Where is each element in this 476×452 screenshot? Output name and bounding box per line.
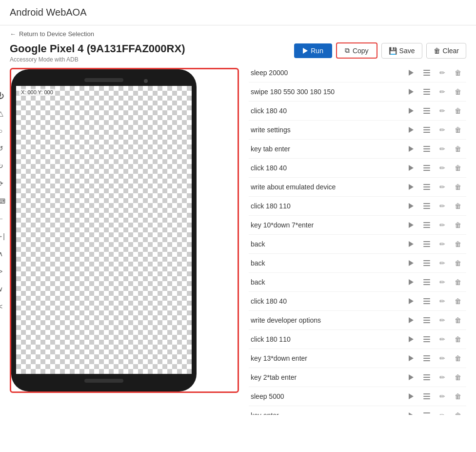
run-command-icon[interactable] xyxy=(405,390,417,403)
reorder-icon[interactable] xyxy=(420,238,433,250)
edit-icon[interactable]: ✏ xyxy=(436,123,449,136)
delete-icon[interactable]: 🗑 xyxy=(452,257,464,269)
command-text: swipe 180 550 300 180 150 xyxy=(251,88,402,96)
edit-icon[interactable]: ✏ xyxy=(436,371,449,384)
delete-icon[interactable]: 🗑 xyxy=(452,200,464,212)
run-command-icon[interactable] xyxy=(405,295,417,308)
edit-icon[interactable]: ✏ xyxy=(436,257,449,269)
edit-icon[interactable]: ✏ xyxy=(436,238,449,250)
reorder-icon[interactable] xyxy=(420,333,433,346)
reorder-icon[interactable] xyxy=(420,181,433,193)
edit-icon[interactable]: ✏ xyxy=(436,352,449,365)
chevron-up-button[interactable]: ∧ xyxy=(0,247,7,261)
edit-icon[interactable]: ✏ xyxy=(436,85,449,98)
reorder-icon[interactable] xyxy=(420,123,433,136)
delete-icon[interactable]: 🗑 xyxy=(452,143,464,155)
run-command-icon[interactable] xyxy=(405,143,417,155)
side-controls: ⏻ △ ○ ↺ ↻ ⟳ ⌨ ← →| ∧ > ∨ < xyxy=(0,89,7,313)
reorder-icon[interactable] xyxy=(420,390,433,403)
reorder-icon[interactable] xyxy=(420,143,433,155)
delete-icon[interactable]: 🗑 xyxy=(452,409,464,415)
run-command-icon[interactable] xyxy=(405,371,417,384)
reorder-icon[interactable] xyxy=(420,104,433,117)
right-panel: Run ⧉ Copy 💾 Save 🗑 Clear sleep 20000 xyxy=(249,42,466,415)
run-command-icon[interactable] xyxy=(405,66,417,79)
delete-icon[interactable]: 🗑 xyxy=(452,238,464,250)
delete-icon[interactable]: 🗑 xyxy=(452,295,464,308)
edit-icon[interactable]: ✏ xyxy=(436,181,449,193)
reorder-icon[interactable] xyxy=(420,276,433,288)
run-command-icon[interactable] xyxy=(405,123,417,136)
edit-icon[interactable]: ✏ xyxy=(436,409,449,415)
reorder-icon[interactable] xyxy=(420,257,433,269)
rotate-left-button[interactable]: ↺ xyxy=(0,142,7,155)
refresh-button[interactable]: ⟳ xyxy=(0,177,7,190)
run-command-icon[interactable] xyxy=(405,257,417,269)
delete-icon[interactable]: 🗑 xyxy=(452,123,464,136)
run-command-icon[interactable] xyxy=(405,238,417,250)
run-command-icon[interactable] xyxy=(405,333,417,346)
power-button[interactable]: ⏻ xyxy=(0,89,7,103)
run-command-icon[interactable] xyxy=(405,352,417,365)
reorder-icon[interactable] xyxy=(420,352,433,365)
reorder-icon[interactable] xyxy=(420,295,433,308)
delete-icon[interactable]: 🗑 xyxy=(452,333,464,346)
delete-icon[interactable]: 🗑 xyxy=(452,352,464,365)
chevron-down-button[interactable]: ∨ xyxy=(0,282,7,296)
edit-icon[interactable]: ✏ xyxy=(436,66,449,79)
delete-icon[interactable]: 🗑 xyxy=(452,276,464,288)
back-link[interactable]: ← Return to Device Selection xyxy=(0,25,476,42)
delete-icon[interactable]: 🗑 xyxy=(452,371,464,384)
run-button[interactable]: Run xyxy=(294,43,332,58)
edit-icon[interactable]: ✏ xyxy=(436,162,449,174)
reorder-icon[interactable] xyxy=(420,66,433,79)
delete-icon[interactable]: 🗑 xyxy=(452,314,464,327)
edit-icon[interactable]: ✏ xyxy=(436,314,449,327)
run-command-icon[interactable] xyxy=(405,219,417,231)
edit-icon[interactable]: ✏ xyxy=(436,390,449,403)
reorder-icon[interactable] xyxy=(420,162,433,174)
edit-icon[interactable]: ✏ xyxy=(436,295,449,308)
phone-screen[interactable]: X: 000 Y: 000 xyxy=(16,86,192,374)
run-command-icon[interactable] xyxy=(405,200,417,212)
run-command-icon[interactable] xyxy=(405,314,417,327)
copy-button[interactable]: ⧉ Copy xyxy=(336,42,377,59)
chevron-left-button[interactable]: < xyxy=(0,300,7,313)
delete-icon[interactable]: 🗑 xyxy=(452,219,464,231)
table-row: write about emulated device ✏ 🗑 xyxy=(249,178,466,197)
back-circle-button[interactable]: ○ xyxy=(0,124,7,138)
delete-icon[interactable]: 🗑 xyxy=(452,66,464,79)
keyboard-button[interactable]: ⌨ xyxy=(0,194,7,208)
edit-icon[interactable]: ✏ xyxy=(436,104,449,117)
delete-icon[interactable]: 🗑 xyxy=(452,104,464,117)
edit-icon[interactable]: ✏ xyxy=(436,219,449,231)
clear-button[interactable]: 🗑 Clear xyxy=(426,43,466,59)
run-command-icon[interactable] xyxy=(405,181,417,193)
run-command-icon[interactable] xyxy=(405,104,417,117)
run-command-icon[interactable] xyxy=(405,85,417,98)
delete-icon[interactable]: 🗑 xyxy=(452,390,464,403)
reorder-icon[interactable] xyxy=(420,409,433,415)
arrow-right-bar-button[interactable]: →| xyxy=(0,229,7,243)
edit-icon[interactable]: ✏ xyxy=(436,143,449,155)
reorder-icon[interactable] xyxy=(420,219,433,231)
run-command-icon[interactable] xyxy=(405,409,417,415)
home-button[interactable]: △ xyxy=(0,106,7,120)
edit-icon[interactable]: ✏ xyxy=(436,333,449,346)
save-button[interactable]: 💾 Save xyxy=(381,43,422,59)
edit-icon[interactable]: ✏ xyxy=(436,200,449,212)
rotate-right-button[interactable]: ↻ xyxy=(0,159,7,173)
delete-icon[interactable]: 🗑 xyxy=(452,162,464,174)
delete-icon[interactable]: 🗑 xyxy=(452,181,464,193)
delete-icon[interactable]: 🗑 xyxy=(452,85,464,98)
run-command-icon[interactable] xyxy=(405,276,417,288)
reorder-icon[interactable] xyxy=(420,200,433,212)
reorder-icon[interactable] xyxy=(420,314,433,327)
edit-icon[interactable]: ✏ xyxy=(436,276,449,288)
chevron-right-button[interactable]: > xyxy=(0,265,7,278)
arrow-left-button[interactable]: ← xyxy=(0,212,7,226)
reorder-icon[interactable] xyxy=(420,85,433,98)
run-command-icon[interactable] xyxy=(405,162,417,174)
reorder-icon[interactable] xyxy=(420,371,433,384)
command-text: key tab enter xyxy=(251,145,402,153)
